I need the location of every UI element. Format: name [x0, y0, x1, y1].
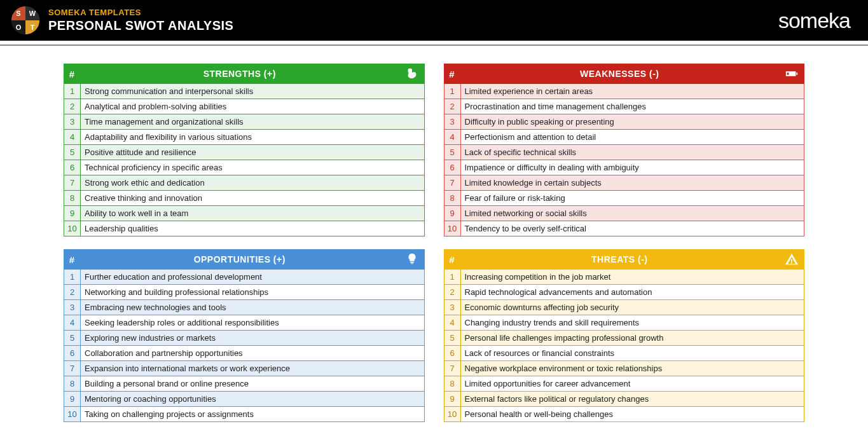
row-text: Limited networking or social skills [461, 206, 804, 221]
list-row[interactable]: 8Creative thinking and innovation [64, 191, 425, 206]
row-number: 1 [444, 270, 461, 284]
row-number: 6 [64, 346, 81, 360]
list-row[interactable]: 3Economic downturns affecting job securi… [444, 300, 805, 315]
list-row[interactable]: 6Collaboration and partnership opportuni… [64, 346, 425, 361]
list-row[interactable]: 7Expansion into international markets or… [64, 361, 425, 376]
row-text: Ability to work well in a team [81, 206, 424, 221]
list-row[interactable]: 4Changing industry trends and skill requ… [444, 315, 805, 331]
panel-body: 1Increasing competition in the job marke… [444, 270, 805, 422]
list-row[interactable]: 6Technical proficiency in specific areas [64, 160, 425, 175]
row-text: Exploring new industries or markets [81, 331, 424, 345]
header-subtitle: SOMEKA TEMPLATES [48, 8, 233, 17]
list-row[interactable]: 10Tendency to be overly self-critical [444, 221, 805, 236]
row-text: Economic downturns affecting job securit… [461, 300, 804, 315]
list-row[interactable]: 2Rapid technological advancements and au… [444, 285, 805, 300]
row-number: 8 [444, 191, 461, 205]
row-number: 10 [64, 407, 81, 421]
row-number: 10 [444, 221, 461, 236]
panel-body: 1Further education and professional deve… [64, 270, 425, 422]
panel-title: OPPORTUNITIES (+) [80, 254, 399, 264]
row-number: 1 [444, 84, 461, 99]
panel-head-strengths: # STRENGTHS (+) [64, 64, 425, 84]
row-text: Building a personal brand or online pres… [81, 376, 424, 391]
list-row[interactable]: 1Limited experience in certain areas [444, 84, 805, 99]
row-text: Time management and organizational skill… [81, 114, 424, 129]
row-number: 6 [444, 160, 461, 175]
warning-icon [779, 252, 804, 266]
row-text: Negative workplace environment or toxic … [461, 361, 804, 376]
row-text: Leadership qualities [81, 221, 424, 236]
list-row[interactable]: 4Adaptability and flexibility in various… [64, 130, 425, 145]
row-number: 7 [444, 175, 461, 190]
row-text: Creative thinking and innovation [81, 191, 424, 205]
row-number: 9 [64, 206, 81, 221]
list-row[interactable]: 10Leadership qualities [64, 221, 425, 236]
list-row[interactable]: 7Limited knowledge in certain subjects [444, 175, 805, 191]
muscle-icon [399, 67, 425, 81]
list-row[interactable]: 9Ability to work well in a team [64, 206, 425, 221]
list-row[interactable]: 7Strong work ethic and dedication [64, 175, 425, 191]
list-row[interactable]: 5Positive attitude and resilience [64, 145, 425, 160]
row-number: 1 [64, 270, 81, 284]
row-number: 9 [444, 206, 461, 221]
list-row[interactable]: 10Taking on challenging projects or assi… [64, 407, 425, 422]
row-number: 8 [444, 376, 461, 391]
list-row[interactable]: 5Exploring new industries or markets [64, 331, 425, 346]
row-number: 4 [64, 130, 81, 144]
list-row[interactable]: 2Procrastination and time management cha… [444, 99, 805, 114]
panel-weaknesses: # WEAKNESSES (-) 1Limited experience in … [444, 64, 805, 236]
list-row[interactable]: 9External factors like political or regu… [444, 392, 805, 407]
list-row[interactable]: 6Impatience or difficulty in dealing wit… [444, 160, 805, 175]
row-text: Mentoring or coaching opportunities [81, 392, 424, 406]
row-text: Limited knowledge in certain subjects [461, 175, 804, 190]
list-row[interactable]: 4Seeking leadership roles or additional … [64, 315, 425, 331]
row-number: 8 [64, 376, 81, 391]
panel-head-opportunities: # OPPORTUNITIES (+) [64, 249, 425, 270]
list-row[interactable]: 8Building a personal brand or online pre… [64, 376, 425, 392]
list-row[interactable]: 10Personal health or well-being challeng… [444, 407, 805, 422]
list-row[interactable]: 3Time management and organizational skil… [64, 114, 425, 130]
logo-s: S [11, 6, 25, 20]
row-text: Tendency to be overly self-critical [461, 221, 804, 236]
list-row[interactable]: 8Limited opportunities for career advanc… [444, 376, 805, 392]
panel-head-threats: # THREATS (-) [444, 249, 805, 270]
row-text: Analytical and problem-solving abilities [81, 99, 424, 114]
panel-title: STRENGTHS (+) [80, 69, 399, 79]
list-row[interactable]: 5Lack of specific technical skills [444, 145, 805, 160]
panel-strengths: # STRENGTHS (+) 1Strong communication an… [64, 64, 425, 236]
row-text: Seeking leadership roles or additional r… [81, 315, 424, 330]
list-row[interactable]: 7Negative workplace environment or toxic… [444, 361, 805, 376]
col-hash: # [64, 69, 80, 79]
list-row[interactable]: 9Limited networking or social skills [444, 206, 805, 221]
list-row[interactable]: 3Embracing new technologies and tools [64, 300, 425, 315]
logo-t: T [25, 20, 39, 34]
row-text: Further education and professional devel… [81, 270, 424, 284]
list-row[interactable]: 1Increasing competition in the job marke… [444, 270, 805, 285]
row-number: 9 [444, 392, 461, 406]
list-row[interactable]: 2Networking and building professional re… [64, 285, 425, 300]
row-text: Adaptability and flexibility in various … [81, 130, 424, 144]
row-number: 5 [444, 331, 461, 345]
row-text: Lack of specific technical skills [461, 145, 804, 160]
row-text: Collaboration and partnership opportunit… [81, 346, 424, 360]
row-text: Positive attitude and resilience [81, 145, 424, 160]
logo-w: W [25, 6, 39, 20]
row-number: 8 [64, 191, 81, 205]
list-row[interactable]: 8Fear of failure or risk-taking [444, 191, 805, 206]
list-row[interactable]: 5Personal life challenges impacting prof… [444, 331, 805, 346]
list-row[interactable]: 1Further education and professional deve… [64, 270, 425, 285]
row-number: 3 [64, 300, 81, 315]
list-row[interactable]: 1Strong communication and interpersonal … [64, 84, 425, 99]
row-text: Embracing new technologies and tools [81, 300, 424, 315]
list-row[interactable]: 3Difficulty in public speaking or presen… [444, 114, 805, 130]
col-hash: # [64, 254, 80, 265]
list-row[interactable]: 6Lack of resources or financial constrai… [444, 346, 805, 361]
row-number: 10 [444, 407, 461, 421]
row-number: 3 [64, 114, 81, 129]
list-row[interactable]: 2Analytical and problem-solving abilitie… [64, 99, 425, 114]
row-number: 6 [444, 346, 461, 360]
brand-text: someka [778, 8, 850, 33]
list-row[interactable]: 9Mentoring or coaching opportunities [64, 392, 425, 407]
swot-grid: # STRENGTHS (+) 1Strong communication an… [0, 46, 868, 435]
list-row[interactable]: 4Perfectionism and attention to detail [444, 130, 805, 145]
